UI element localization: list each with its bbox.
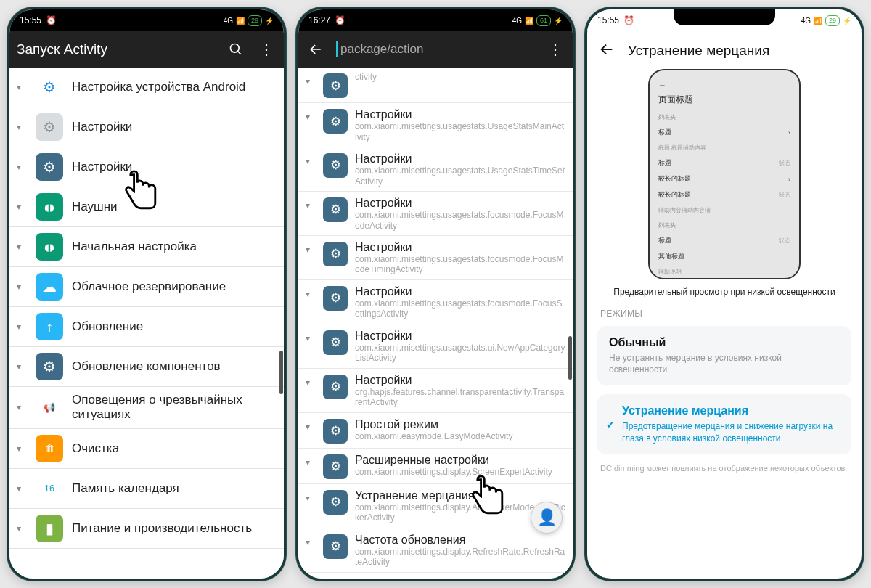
list-item-label: Частота обновления <box>355 533 565 547</box>
toolbar-title: Запуск Activity <box>17 41 216 57</box>
mode-desc: Не устранять мерцание в условиях низкой … <box>609 352 840 375</box>
list-item[interactable]: ▾ ⚙ Частота обновления com.xiaomi.misett… <box>298 528 573 573</box>
list-item-sublabel: com.xiaomi.misettings.usagestats.UsageSt… <box>355 166 565 187</box>
chevron-down-icon[interactable]: ▾ <box>306 285 316 299</box>
app-icon: ⚙ <box>323 197 348 222</box>
list-item[interactable]: ▾ ⚙ Простой режим com.xiaomi.easymode.Ea… <box>298 413 573 449</box>
chevron-down-icon[interactable]: ▾ <box>17 242 27 252</box>
activity-search-results[interactable]: 👤 ▾ ⚙ ctivity ▾ ⚙ Настройки com.xiaomi.m… <box>298 68 573 579</box>
network-indicator: 4G <box>512 17 522 25</box>
app-icon: ⚙ <box>323 286 348 311</box>
list-item[interactable]: ▾ ⚙ Настройки com.xiaomi.misettings.usag… <box>298 103 573 147</box>
list-item[interactable]: ▾ 📢 Оповещения о чрезвычайных ситуациях <box>9 387 284 429</box>
chevron-down-icon[interactable]: ▾ <box>306 373 316 388</box>
list-item[interactable]: ▾ ⚙ Настройки com.xiaomi.misettings.usag… <box>298 147 573 192</box>
list-item[interactable]: ▾ ▮ Питание и производительность <box>9 509 284 549</box>
section-label: РЕЖИМЫ <box>600 309 851 319</box>
back-icon[interactable] <box>599 41 615 60</box>
list-item[interactable]: ▾ ⚙ ctivity <box>298 68 573 103</box>
app-icon: ▮ <box>36 515 63 542</box>
list-item-label: Настройка устройства Android <box>72 80 277 94</box>
chevron-down-icon[interactable]: ▾ <box>17 483 27 494</box>
cursor-hand-icon <box>467 474 509 522</box>
list-item[interactable]: ▾ 🗑 Очистка <box>9 429 284 469</box>
footnote: DC dimming может повлиять на отображение… <box>597 463 851 474</box>
check-icon: ✔ <box>606 419 615 430</box>
chevron-down-icon[interactable]: ▾ <box>17 523 27 534</box>
app-icon: ↑ <box>36 313 63 340</box>
mode-option-antiflicker[interactable]: ✔ Устранение мерцания Предотвращение мер… <box>597 394 851 454</box>
app-icon: ⚙ <box>323 330 348 355</box>
list-item[interactable]: ▾ ⚙ Настройки <box>9 107 284 147</box>
chevron-down-icon[interactable]: ▾ <box>306 489 316 503</box>
chevron-down-icon[interactable]: ▾ <box>306 107 316 122</box>
list-item[interactable]: ▾ ⚙ Настройки org.hapjs.features.channel… <box>298 369 573 413</box>
list-item-label: Обновление компонентов <box>72 359 277 374</box>
list-item[interactable]: ▾ ⚙ Настройки com.xiaomi.misettings.usag… <box>298 236 573 280</box>
overflow-menu-icon[interactable]: ⋮ <box>545 39 565 60</box>
list-item[interactable]: ▾ ⚙ Настройки com.xiaomi.misettings.usag… <box>298 192 573 236</box>
search-icon[interactable] <box>226 39 246 60</box>
chevron-down-icon[interactable]: ▾ <box>306 196 316 211</box>
app-icon: ◖◗ <box>36 233 63 261</box>
back-icon[interactable] <box>306 39 326 60</box>
search-input[interactable]: package/action <box>336 41 535 57</box>
notch <box>96 9 197 25</box>
phone-1: 15:55 ⏰ 4G 📶 29 ⚡ Запуск Activity ⋮ ▾ ⚙ … <box>7 7 286 581</box>
list-item[interactable]: ▾ ◖◗ Начальная настройка <box>9 227 284 267</box>
mode-option-normal[interactable]: Обычный Не устранять мерцание в условиях… <box>597 326 851 385</box>
chevron-down-icon[interactable]: ▾ <box>306 72 316 86</box>
list-item[interactable]: ▾ 16 Память календаря <box>9 469 284 509</box>
list-item[interactable]: ▾ ⚙ Настройки com.xiaomi.misettings.usag… <box>298 324 573 369</box>
app-icon: ⚙ <box>36 353 63 380</box>
list-item-label: Начальная настройка <box>72 240 277 254</box>
app-icon: 16 <box>36 475 63 502</box>
list-item-sublabel: com.xiaomi.easymode.EasyModeActivity <box>355 431 565 441</box>
chevron-down-icon[interactable]: ▾ <box>17 322 27 332</box>
chevron-down-icon[interactable]: ▾ <box>306 417 316 432</box>
app-icon: 🗑 <box>36 435 63 462</box>
list-item[interactable]: ▾ ⚙ Расширенные настройки com.xiaomi.mis… <box>298 449 573 484</box>
app-icon: ⚙ <box>36 153 63 181</box>
list-item-label: Облачное резервирование <box>72 279 277 294</box>
battery-indicator: 61 <box>536 15 551 26</box>
chevron-down-icon[interactable]: ▾ <box>306 453 316 467</box>
chevron-down-icon[interactable]: ▾ <box>306 329 316 343</box>
phone-2: 16:27 ⏰ 4G 📶 61 ⚡ package/action ⋮ 👤 ▾ ⚙… <box>296 7 575 581</box>
svg-line-1 <box>238 52 241 54</box>
notch <box>674 9 775 25</box>
chevron-down-icon[interactable]: ▾ <box>17 444 27 454</box>
chevron-down-icon[interactable]: ▾ <box>306 240 316 255</box>
cursor-hand-icon <box>120 169 162 217</box>
chevron-down-icon[interactable]: ▾ <box>17 122 27 132</box>
app-icon: ☁ <box>36 273 63 301</box>
chevron-down-icon[interactable]: ▾ <box>17 162 27 172</box>
list-item-label: Настройки <box>72 120 277 134</box>
chevron-down-icon[interactable]: ▾ <box>17 202 27 212</box>
chevron-down-icon[interactable]: ▾ <box>17 402 27 412</box>
chevron-down-icon[interactable]: ▾ <box>306 533 316 547</box>
chevron-down-icon[interactable]: ▾ <box>17 362 27 372</box>
list-item-label: Устранение мерцания <box>355 489 565 502</box>
chevron-down-icon[interactable]: ▾ <box>17 82 27 92</box>
activity-list[interactable]: ▾ ⚙ Настройка устройства Android ▾ ⚙ Нас… <box>9 68 284 579</box>
list-item-sublabel: com.xiaomi.misettings.usagestats.ui.NewA… <box>355 343 565 364</box>
charging-icon: ⚡ <box>265 17 274 25</box>
chevron-down-icon[interactable]: ▾ <box>306 152 316 166</box>
chevron-down-icon[interactable]: ▾ <box>17 282 27 292</box>
signal-icon: 📶 <box>814 17 822 25</box>
app-toolbar: Запуск Activity ⋮ <box>9 31 284 68</box>
list-item[interactable]: ▾ ⚙ Обновление компонентов <box>9 347 284 387</box>
list-item[interactable]: ▾ ⚙ Настройки com.xiaomi.misettings.usag… <box>298 280 573 324</box>
list-item[interactable]: ▾ ☁ Облачное резервирование <box>9 267 284 307</box>
page-body: ← 页面标题 列表头 标题› 标题 标题辅助内容 标题状态 较长的标题› 较长的… <box>587 66 862 579</box>
alarm-icon: ⏰ <box>335 15 345 25</box>
app-icon: ⚙ <box>323 534 348 559</box>
floating-action-button[interactable]: 👤 <box>531 502 563 534</box>
list-item[interactable]: ▾ ⚙ Настройка устройства Android <box>9 68 284 107</box>
battery-indicator: 29 <box>248 15 262 26</box>
svg-point-0 <box>231 44 240 53</box>
overflow-menu-icon[interactable]: ⋮ <box>256 39 277 60</box>
list-item[interactable]: ▾ ↑ Обновление <box>9 307 284 347</box>
alarm-icon: ⏰ <box>623 15 634 25</box>
